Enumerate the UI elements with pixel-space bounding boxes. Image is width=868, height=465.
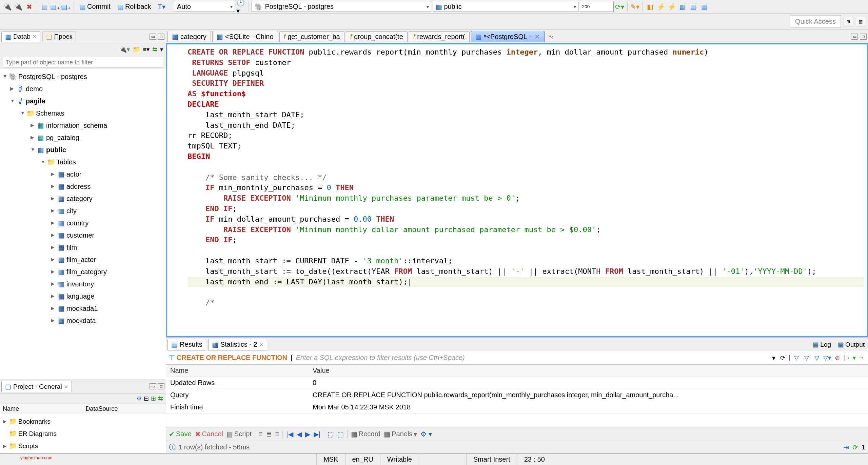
- align-left-icon[interactable]: ≡: [259, 430, 263, 438]
- export-icon[interactable]: ⇥: [843, 443, 849, 451]
- grid2-icon[interactable]: ▦: [689, 2, 698, 12]
- connection-combo[interactable]: 🐘 PostgreSQL - postgres: [252, 2, 431, 12]
- tab-project-general[interactable]: ▢Project - General✕: [1, 381, 72, 392]
- tree-table[interactable]: ▶▦country: [0, 217, 166, 229]
- edit-icon[interactable]: ✎▾: [630, 2, 640, 12]
- first-icon[interactable]: |◀: [286, 430, 293, 438]
- minimize-icon[interactable]: ▭: [150, 383, 156, 389]
- link-icon[interactable]: ⇆: [152, 46, 157, 53]
- link-icon[interactable]: ⇆: [158, 395, 163, 402]
- nav-back-icon[interactable]: ←▾: [847, 354, 855, 362]
- filter3-icon[interactable]: ▽: [813, 354, 821, 362]
- tree-table[interactable]: ▶▦mockdata: [0, 315, 166, 327]
- last-icon[interactable]: ▶|: [314, 430, 320, 438]
- tree-table[interactable]: ▶▦category: [0, 193, 166, 205]
- tree-schema-info[interactable]: ▶▦information_schema: [0, 119, 166, 132]
- tab-groupconcat[interactable]: fgroup_concat(te: [346, 31, 408, 42]
- sql-plus-icon[interactable]: ▤₊: [61, 2, 71, 12]
- tab-category[interactable]: ▦category: [167, 31, 211, 42]
- tree-schema-public[interactable]: ▼▦public: [0, 144, 166, 156]
- record-button[interactable]: ▦ Record: [351, 430, 380, 438]
- tree-table[interactable]: ▶▦mockada1: [0, 302, 166, 315]
- new-connection-icon[interactable]: 🔌▾: [119, 46, 130, 53]
- project-item-scripts[interactable]: ▶📁Scripts: [0, 440, 166, 452]
- grid-row[interactable]: Updated Rows 0: [166, 377, 868, 389]
- minimize-icon[interactable]: ▭: [150, 34, 156, 40]
- tab-projects[interactable]: ▢Проек: [42, 31, 76, 42]
- tab-getcustomer[interactable]: fget_customer_ba: [279, 31, 344, 42]
- grid-icon[interactable]: ▦: [678, 2, 688, 12]
- tree-table[interactable]: ▶▦customer: [0, 229, 166, 241]
- maximize-icon[interactable]: □: [158, 383, 164, 389]
- tree-db-demo[interactable]: ▶🛢demo: [0, 83, 166, 95]
- close-icon[interactable]: ✕: [33, 34, 37, 39]
- tree-filter-input[interactable]: [3, 57, 163, 68]
- save-button[interactable]: ✔ Save: [169, 430, 192, 438]
- project-item-erdiagrams[interactable]: 📁ER Diagrams: [0, 428, 166, 440]
- tree-schema-pgcatalog[interactable]: ▶▦pg_catalog: [0, 132, 166, 144]
- tab-statistics[interactable]: ▦Statistics - 2✕: [208, 339, 267, 350]
- filter-clear-icon[interactable]: ⊘: [833, 354, 841, 362]
- menu-icon[interactable]: ▾: [160, 46, 163, 53]
- sql-editor-icon[interactable]: ▤: [40, 2, 49, 12]
- tree-table[interactable]: ▶▦film: [0, 241, 166, 254]
- tree-db-pagila[interactable]: ▼🛢pagila: [0, 95, 166, 107]
- tree-table[interactable]: ▶▦actor: [0, 168, 166, 180]
- new-sql-icon[interactable]: ▤₊: [51, 2, 60, 12]
- script-button[interactable]: ▤ Script: [226, 430, 252, 438]
- autocommit-combo[interactable]: Auto: [174, 2, 235, 12]
- grid3-icon[interactable]: ▦: [700, 2, 709, 12]
- tree-table[interactable]: ▶▦city: [0, 205, 166, 217]
- tabs-overflow[interactable]: »4: [548, 33, 553, 40]
- quick-access-input[interactable]: Quick Access: [790, 15, 841, 28]
- align-center-icon[interactable]: ≣: [266, 430, 272, 438]
- tree-schemas[interactable]: ▼📁Schemas: [0, 107, 166, 119]
- tab-sqlite[interactable]: ▦<SQLite - Chino: [212, 31, 278, 42]
- limit-input[interactable]: [580, 2, 614, 12]
- close-icon[interactable]: ✕: [534, 33, 540, 41]
- dropdown-icon[interactable]: ▾: [772, 354, 775, 362]
- cancel-button[interactable]: ✖ Cancel: [195, 430, 223, 438]
- tab-postgresql-active[interactable]: ▦*<PostgreSQL -✕: [471, 31, 545, 42]
- output-button[interactable]: ▤Output: [836, 340, 867, 349]
- minimize-icon[interactable]: ▭: [851, 34, 858, 40]
- run2-icon[interactable]: ⚡: [667, 2, 677, 12]
- folder-icon[interactable]: 📁: [133, 46, 140, 53]
- tab-rewards[interactable]: frewards_report(: [409, 31, 470, 42]
- tree-tables-folder[interactable]: ▼📁Tables: [0, 156, 166, 168]
- tx-mode-icon[interactable]: T▾: [155, 2, 168, 12]
- col-name[interactable]: Name: [166, 365, 309, 377]
- panels-button[interactable]: ▦ Panels ▾: [384, 430, 417, 438]
- apply-filter-icon[interactable]: ⟳: [779, 354, 787, 362]
- filter2-icon[interactable]: ▽: [803, 354, 811, 362]
- close-icon[interactable]: ✕: [259, 342, 263, 347]
- filter-input[interactable]: Enter a SQL expression to filter results…: [296, 354, 769, 362]
- maximize-icon[interactable]: □: [860, 34, 867, 40]
- stop-icon[interactable]: ◧: [646, 2, 655, 12]
- filter1-icon[interactable]: ▽: [792, 354, 801, 362]
- tab-results[interactable]: ▦Results: [167, 339, 206, 350]
- tree-table[interactable]: ▶▦film_category: [0, 266, 166, 278]
- tree-table[interactable]: ▶▦address: [0, 180, 166, 193]
- filter-expr[interactable]: ⊤CREATE OR REPLACE FUNCTION: [169, 354, 287, 362]
- gear-icon[interactable]: ⚙: [136, 395, 142, 402]
- tree-table[interactable]: ▶▦inventory: [0, 278, 166, 290]
- disconnect-icon[interactable]: ✖: [24, 2, 34, 12]
- add-icon[interactable]: ⊞: [151, 395, 156, 402]
- refresh-results-icon[interactable]: ⟳: [852, 443, 858, 451]
- align-right-icon[interactable]: ≡: [275, 430, 279, 438]
- perspective2-icon[interactable]: ▦: [856, 17, 865, 26]
- history-icon[interactable]: 🕑▾: [236, 2, 246, 12]
- grid-row[interactable]: Query CREATE OR REPLACE FUNCTION public.…: [166, 389, 868, 401]
- config-icon[interactable]: ≡▾: [143, 46, 150, 53]
- next-icon[interactable]: ▶: [305, 430, 310, 438]
- project-item-bookmarks[interactable]: ▶📁Bookmarks: [0, 416, 166, 428]
- run-icon[interactable]: ⚡: [656, 2, 666, 12]
- collapse-icon[interactable]: ⊟: [144, 395, 149, 402]
- schema-combo[interactable]: ▦ public: [433, 2, 578, 12]
- gear-icon[interactable]: ⚙ ▾: [420, 430, 432, 438]
- connect-icon[interactable]: 🔌: [3, 2, 12, 12]
- tab-database-navigator[interactable]: ▦Datab✕: [1, 31, 40, 42]
- log-button[interactable]: ▤Log: [811, 340, 833, 349]
- perspective-icon[interactable]: ⊞: [844, 17, 853, 26]
